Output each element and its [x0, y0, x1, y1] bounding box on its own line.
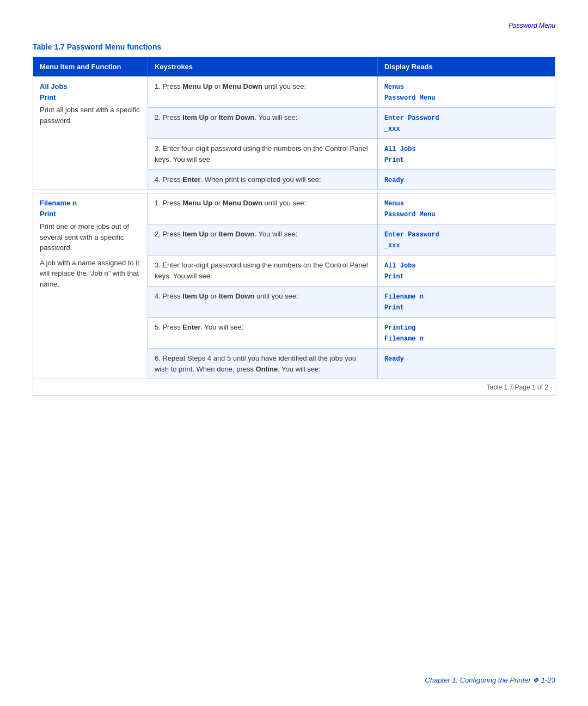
- display-cell: Filename n Print: [377, 287, 555, 318]
- menu-item-cell: All JobsPrintPrint all jobs sent with a …: [33, 77, 148, 190]
- page-note: Table 1.7 Page 1 of 2: [33, 379, 555, 396]
- page-note-row: Table 1.7 Page 1 of 2: [33, 379, 555, 396]
- keystroke-cell: 4. Press Enter. When print is completed …: [148, 170, 377, 190]
- table-row: All JobsPrintPrint all jobs sent with a …: [33, 77, 555, 108]
- display-cell: Menus Password Menu: [377, 193, 555, 224]
- display-cell: Ready: [377, 170, 555, 190]
- col-header-keystrokes: Keystrokes: [148, 57, 377, 77]
- table-title-text: Table 1.7 Password Menu functions: [33, 42, 161, 51]
- keystroke-cell: 5. Press Enter. You will see:: [148, 318, 377, 349]
- col-header-menu: Menu Item and Function: [33, 57, 148, 77]
- chapter-footer: Chapter 1: Configuring the Printer ❖ 1-2…: [425, 676, 555, 684]
- display-cell: All Jobs Print: [377, 255, 555, 287]
- menu-item-cell: Filename nPrintPrint one or more jobs ou…: [33, 193, 148, 379]
- display-cell: Enter Password _xxx: [377, 224, 555, 255]
- keystroke-cell: 3. Enter four-digit password using the n…: [148, 255, 377, 287]
- table-title: Table 1.7 Password Menu functions: [33, 42, 555, 51]
- display-cell: Menus Password Menu: [377, 77, 555, 108]
- display-cell: All Jobs Print: [377, 139, 555, 170]
- keystroke-cell: 6. Repeat Steps 4 and 5 until you have i…: [148, 349, 377, 379]
- keystroke-cell: 1. Press Menu Up or Menu Down until you …: [148, 77, 377, 108]
- keystroke-cell: 3. Enter four-digit password using the n…: [148, 139, 377, 170]
- display-cell: Enter Password _xxx: [377, 108, 555, 139]
- display-cell: Ready: [377, 349, 555, 379]
- password-menu-table: Menu Item and Function Keystrokes Displa…: [33, 57, 555, 396]
- keystroke-cell: 2. Press Item Up or Item Down. You will …: [148, 108, 377, 139]
- col-header-display: Display Reads: [377, 57, 555, 77]
- keystroke-cell: 1. Press Menu Up or Menu Down until you …: [148, 193, 377, 224]
- keystroke-cell: 2. Press Item Up or Item Down. You will …: [148, 224, 377, 255]
- display-cell: Printing Filename n: [377, 318, 555, 349]
- page-header: Password Menu: [33, 22, 555, 29]
- chapter-footer-text: Chapter 1: Configuring the Printer ❖ 1-2…: [425, 676, 555, 684]
- table-row: Filename nPrintPrint one or more jobs ou…: [33, 193, 555, 224]
- keystroke-cell: 4. Press Item Up or Item Down until you …: [148, 287, 377, 318]
- section-title: Password Menu: [509, 22, 555, 29]
